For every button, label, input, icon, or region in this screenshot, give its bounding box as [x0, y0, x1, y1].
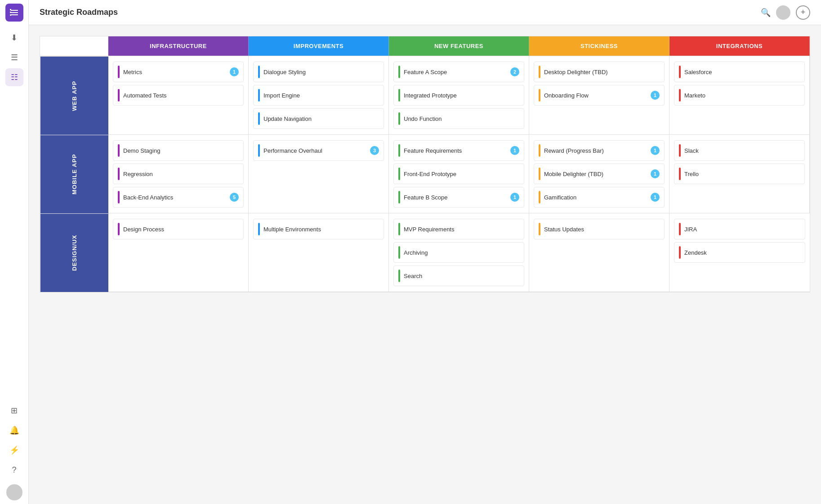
card-regression[interactable]: Regression: [113, 164, 244, 184]
card-salesforce[interactable]: Salesforce: [674, 62, 805, 82]
cell-mobile-infrastructure: Demo Staging Regression Back-End Analyti…: [108, 135, 249, 213]
card-trello[interactable]: Trello: [674, 164, 805, 184]
card-feature-requirements[interactable]: Feature Requirements 1: [393, 140, 524, 161]
card-undo-function[interactable]: Undo Function: [393, 108, 524, 129]
card-label: Update Navigation: [263, 115, 312, 122]
card-status-updates[interactable]: Status Updates: [534, 219, 665, 239]
card-jira[interactable]: JIRA: [674, 219, 805, 239]
col-header-infrastructure: INFRASTRUCTURE: [108, 36, 249, 56]
card-label: Dialogue Styling: [263, 69, 306, 75]
card-feature-a-scope[interactable]: Feature A Scope 2: [393, 62, 524, 82]
card-feature-b-scope[interactable]: Feature B Scope 1: [393, 187, 524, 208]
card-archiving[interactable]: Archiving: [393, 242, 524, 263]
add-button[interactable]: +: [796, 5, 810, 20]
card-label: Design Process: [123, 226, 164, 233]
card-dialogue-styling[interactable]: Dialogue Styling: [253, 62, 384, 82]
row-label-webapp: WEB APP: [40, 56, 108, 135]
svg-rect-1: [10, 12, 11, 13]
card-import-engine[interactable]: Import Engine: [253, 85, 384, 106]
card-label: MVP Requirements: [404, 226, 454, 233]
card-label: Feature B Scope: [404, 194, 448, 201]
bar-indicator: [258, 223, 260, 235]
card-slack[interactable]: Slack: [674, 140, 805, 161]
cell-mobile-stickiness: Reward (Progress Bar) 1 Mobile Delighter…: [529, 135, 669, 213]
download-icon[interactable]: ⬇: [5, 29, 23, 47]
bar-indicator: [398, 223, 400, 235]
bar-indicator: [398, 112, 400, 125]
card-demo-staging[interactable]: Demo Staging: [113, 140, 244, 161]
card-search[interactable]: Search: [393, 265, 524, 286]
cell-design-infrastructure: Design Process: [108, 213, 249, 292]
bell-icon[interactable]: 🔔: [5, 421, 23, 439]
card-label: JIRA: [684, 226, 697, 233]
card-label: Multiple Environments: [263, 226, 321, 233]
cell-design-integrations: JIRA Zendesk: [669, 213, 810, 292]
card-performance-overhaul[interactable]: Performance Overhaul 3: [253, 140, 384, 161]
cell-webapp-infrastructure: Metrics 1 Automated Tests: [108, 56, 249, 135]
card-gamification[interactable]: Gamification 1: [534, 187, 665, 208]
main-area: Strategic Roadmaps 🔍 + INFRASTRUCTURE IM…: [29, 0, 821, 504]
card-label: Feature Requirements: [404, 147, 462, 154]
card-label: Performance Overhaul: [263, 147, 322, 154]
card-label: Archiving: [404, 249, 428, 256]
cell-design-new-features: MVP Requirements Archiving Search: [389, 213, 529, 292]
bar-indicator: [679, 144, 681, 157]
header: Strategic Roadmaps 🔍 +: [29, 0, 821, 25]
card-mvp-requirements[interactable]: MVP Requirements: [393, 219, 524, 239]
card-onboarding-flow[interactable]: Onboarding Flow 1: [534, 85, 665, 106]
bar-indicator: [539, 168, 540, 180]
card-label: Import Engine: [263, 92, 300, 99]
search-icon[interactable]: 🔍: [761, 8, 771, 18]
card-badge: 2: [510, 67, 519, 76]
user-avatar[interactable]: [6, 484, 22, 500]
card-label: Front-End Prototype: [404, 171, 456, 177]
card-label: Back-End Analytics: [123, 194, 173, 201]
cell-mobile-improvements: Performance Overhaul 3: [249, 135, 389, 213]
card-badge: 1: [651, 146, 660, 155]
card-mobile-delighter[interactable]: Mobile Delighter (TBD) 1: [534, 164, 665, 184]
card-label: Regression: [123, 171, 153, 177]
card-integrated-prototype[interactable]: Integrated Prototype: [393, 85, 524, 106]
bar-indicator: [398, 168, 400, 180]
bar-indicator: [398, 246, 400, 259]
list-icon[interactable]: ☰: [5, 49, 23, 66]
grid-corner: [40, 36, 108, 56]
help-icon[interactable]: ?: [5, 461, 23, 479]
bar-indicator: [398, 89, 400, 102]
user-avatar-header[interactable]: [776, 5, 790, 20]
col-header-improvements: IMPROVEMENTS: [249, 36, 389, 56]
card-metrics[interactable]: Metrics 1: [113, 62, 244, 82]
card-label: Mobile Delighter (TBD): [544, 171, 603, 177]
card-marketo[interactable]: Marketo: [674, 85, 805, 106]
card-desktop-delighter[interactable]: Desktop Delighter (TBD): [534, 62, 665, 82]
card-label: Undo Function: [404, 115, 442, 122]
card-frontend-prototype[interactable]: Front-End Prototype: [393, 164, 524, 184]
row-label-mobileapp: MOBILE APP: [40, 135, 108, 213]
bar-indicator: [398, 191, 400, 203]
bar-indicator: [118, 223, 120, 235]
cell-webapp-integrations: Salesforce Marketo: [669, 56, 810, 135]
roadmap-icon[interactable]: ☷: [5, 68, 23, 86]
bar-indicator: [539, 89, 540, 102]
card-design-process[interactable]: Design Process: [113, 219, 244, 239]
card-backend-analytics[interactable]: Back-End Analytics 5: [113, 187, 244, 208]
card-update-navigation[interactable]: Update Navigation: [253, 108, 384, 129]
bar-indicator: [679, 89, 681, 102]
card-reward-progress-bar[interactable]: Reward (Progress Bar) 1: [534, 140, 665, 161]
card-automated-tests[interactable]: Automated Tests: [113, 85, 244, 106]
sidebar: ⬇ ☰ ☷ ⊞ 🔔 ⚡ ?: [0, 0, 29, 504]
card-badge: 1: [510, 193, 519, 202]
bolt-icon[interactable]: ⚡: [5, 441, 23, 459]
cell-webapp-stickiness: Desktop Delighter (TBD) Onboarding Flow …: [529, 56, 669, 135]
image-icon[interactable]: ⊞: [5, 402, 23, 420]
app-logo[interactable]: [5, 4, 23, 22]
card-multiple-environments[interactable]: Multiple Environments: [253, 219, 384, 239]
col-header-stickiness: STICKINESS: [529, 36, 669, 56]
cell-design-improvements: Multiple Environments: [249, 213, 389, 292]
bar-indicator: [118, 191, 120, 203]
card-label: Integrated Prototype: [404, 92, 457, 99]
card-badge: 1: [651, 169, 660, 178]
bar-indicator: [679, 246, 681, 259]
card-label: Desktop Delighter (TBD): [544, 69, 608, 75]
card-zendesk[interactable]: Zendesk: [674, 242, 805, 263]
